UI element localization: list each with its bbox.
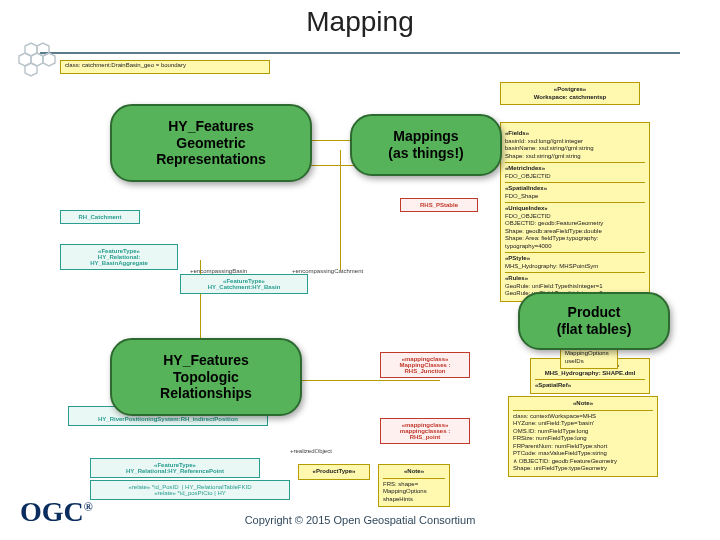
box-rh-catchment: RH_Catchment [60, 210, 140, 224]
note-classdef: class: catchment:DrainBasin_geo = bounda… [60, 60, 270, 74]
box-right-composite: «Fields»basinId: xsd:long//gml:integerba… [500, 122, 650, 302]
box-noteclass: «Note» FRS: shape=MappingOptionsshapeHin… [378, 464, 450, 507]
box-prodtype: «ProductType» [298, 464, 370, 480]
svg-marker-4 [43, 53, 55, 66]
label-encomp-basin: +encompassingBasin [190, 268, 247, 274]
ogc-reg: ® [84, 500, 93, 514]
box-map-junction: «mappingclass»MappingClasses :RHS_Juncti… [380, 352, 470, 378]
bubble-topo: HY_FeaturesTopologicRelationships [110, 338, 302, 416]
bubble-geom: HY_FeaturesGeometricRepresentations [110, 104, 312, 182]
label-realized-obj: +realizedObject [290, 448, 332, 454]
copyright: Copyright © 2015 Open Geospatial Consort… [0, 514, 720, 526]
box-feat-refpoint: «FeatureType»HY_Relational:HY_ReferenceP… [90, 458, 260, 478]
label-encomp-catch: +encompassingCatchment [292, 268, 363, 274]
box-feat-basinagg: «FeatureType»HY_Relational:HY_BasinAggre… [60, 244, 178, 270]
box-feat-refitems: «relate» *id_PosID | HY_RelationalTableF… [90, 480, 290, 500]
bubble-product: Product(flat tables) [518, 292, 670, 350]
box-workspace: «Postgres»Workspace: catchmentsp [500, 82, 640, 105]
box-feat-basin: «FeatureType»HY_Catchment:HY_Basin [180, 274, 308, 294]
slide-title: Mapping [0, 6, 720, 38]
title-rule [40, 52, 680, 54]
svg-marker-5 [25, 63, 37, 76]
bubble-mappings: Mappings(as things!) [350, 114, 502, 176]
box-map-point: «mappingclass»mappingclasses :RHS_point [380, 418, 470, 444]
note-classdef-text: class: catchment:DrainBasin_geo = bounda… [65, 62, 186, 68]
box-note-right: «Note» class: contextWorkspace=MHSHYZone… [508, 396, 658, 477]
box-rhs-pstable: RHS_PStable [400, 198, 478, 212]
uml-diagram: class: catchment:DrainBasin_geo = bounda… [60, 60, 660, 480]
